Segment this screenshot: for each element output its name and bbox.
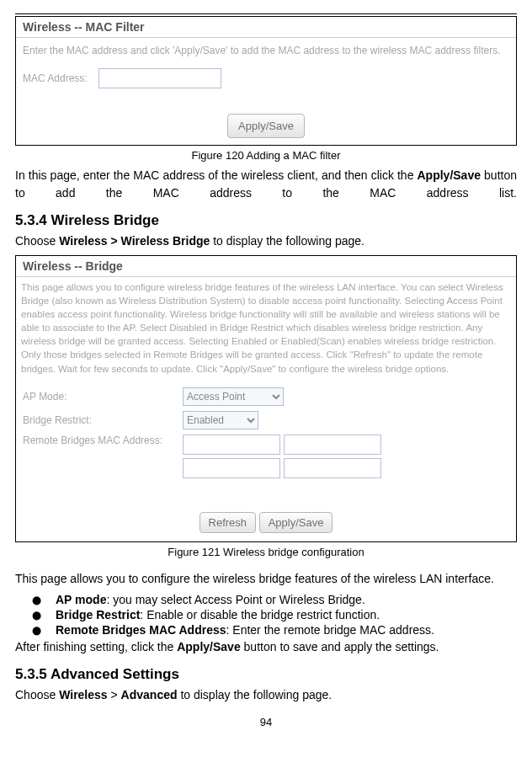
- bullet-icon: ⬤: [32, 593, 56, 606]
- apply-save-button-fig121[interactable]: Apply/Save: [259, 512, 333, 533]
- bullet-icon: ⬤: [32, 608, 56, 621]
- bullet-icon: ⬤: [32, 623, 56, 637]
- figure-120-caption: Figure 120 Adding a MAC filter: [15, 149, 517, 162]
- page-number: 94: [15, 716, 517, 728]
- mac-address-input[interactable]: [98, 68, 221, 88]
- figure-121-panel: Wireless -- Bridge This page allows you …: [15, 255, 517, 542]
- paragraph-mac-filter: In this page, enter the MAC address of t…: [15, 167, 517, 202]
- remote-mac-input-3[interactable]: [183, 458, 280, 478]
- bullet-remote-bridges: ⬤ Remote Bridges MAC Address: Enter the …: [32, 623, 517, 637]
- ap-mode-select[interactable]: Access Point: [183, 387, 284, 406]
- apply-save-inline-2: Apply/Save: [177, 640, 240, 653]
- figure-121-caption: Figure 121 Wireless bridge configuration: [15, 546, 517, 558]
- apply-save-inline-1: Apply/Save: [418, 168, 481, 182]
- heading-5-3-4: 5.3.4 Wireless Bridge: [15, 212, 517, 229]
- remote-mac-input-4[interactable]: [284, 458, 381, 478]
- bridge-restrict-select[interactable]: Enabled: [183, 411, 258, 429]
- panel2-help-text: This page allows you to configure wirele…: [16, 277, 516, 379]
- paragraph-after-setting: After finishing setting, click the Apply…: [15, 638, 517, 656]
- paragraph-bridge-intro: This page allows you to configure the wi…: [15, 570, 517, 588]
- bridge-restrict-label: Bridge Restrict:: [23, 414, 183, 426]
- choose-wireless-bridge-text: Choose Wireless > Wireless Bridge to dis…: [15, 232, 517, 250]
- remote-mac-input-2[interactable]: [284, 435, 381, 455]
- bullet-list: ⬤ AP mode: you may select Access Point o…: [15, 593, 517, 637]
- remote-mac-input-1[interactable]: [183, 435, 280, 455]
- panel2-title: Wireless -- Bridge: [16, 256, 516, 277]
- apply-save-button-fig120[interactable]: Apply/Save: [227, 114, 305, 138]
- mac-address-label: MAC Address:: [23, 72, 98, 84]
- choose-advanced-text: Choose Wireless > Advanced to display th…: [15, 686, 517, 704]
- panel1-title: Wireless -- MAC Filter: [16, 17, 516, 38]
- heading-5-3-5: 5.3.5 Advanced Settings: [15, 666, 517, 683]
- refresh-button[interactable]: Refresh: [200, 512, 257, 533]
- ap-mode-label: AP Mode:: [23, 391, 183, 403]
- remote-bridges-label: Remote Bridges MAC Address:: [23, 435, 183, 446]
- bullet-ap-mode: ⬤ AP mode: you may select Access Point o…: [32, 593, 517, 606]
- bullet-bridge-restrict: ⬤ Bridge Restrict: Enable or disable the…: [32, 608, 517, 621]
- panel1-instruction: Enter the MAC address and click 'Apply/S…: [23, 45, 509, 56]
- figure-120-panel: Wireless -- MAC Filter Enter the MAC add…: [15, 16, 517, 146]
